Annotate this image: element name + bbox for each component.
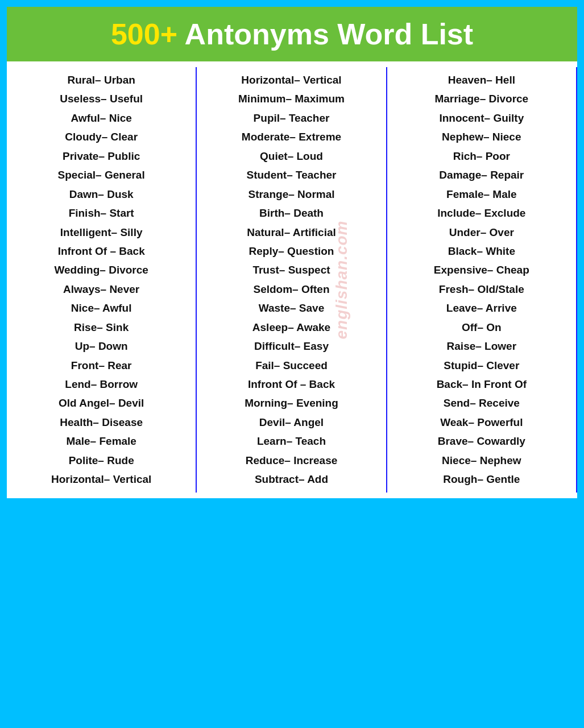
list-item: Rough– Gentle [443, 470, 520, 489]
list-item: Include– Exclude [437, 204, 525, 222]
list-item: Dawn– Dusk [69, 185, 134, 204]
list-item: Learn– Teach [257, 432, 326, 450]
list-item: Horizontal– Vertical [241, 71, 341, 89]
list-item: Birth– Death [259, 204, 324, 222]
list-item: Awful– Nice [71, 109, 131, 127]
list-item: Strange– Normal [248, 185, 334, 204]
list-item: Asleep– Awake [252, 318, 330, 337]
list-item: Useless– Useful [60, 89, 143, 108]
column-3: Heaven– HellMarriage– DivorceInnocent– G… [387, 67, 577, 493]
list-item: Reply– Question [249, 242, 334, 260]
list-item: Infront Of – Back [58, 242, 145, 260]
list-item: Male– Female [66, 432, 136, 450]
list-item: Horizontal– Vertical [51, 470, 151, 489]
list-item: Brave– Cowardly [438, 432, 525, 450]
page-title: 500+ Antonyms Word List [18, 17, 566, 51]
list-item: Quiet– Loud [260, 147, 323, 166]
list-item: Weak– Powerful [440, 413, 523, 432]
list-item: Send– Receive [444, 394, 520, 412]
list-item: Lend– Borrow [65, 375, 138, 394]
list-item: Subtract– Add [255, 470, 328, 489]
list-item: Nephew– Niece [442, 127, 521, 146]
list-item: Damage– Repair [439, 166, 524, 184]
list-item: Private– Public [63, 147, 140, 166]
list-item: Student– Teacher [246, 166, 336, 184]
list-item: Infront Of – Back [248, 375, 335, 394]
list-item: Heaven– Hell [448, 71, 515, 89]
list-item: Difficult– Easy [254, 337, 329, 355]
list-item: Finish– Start [69, 204, 134, 222]
list-item: Rich– Poor [453, 147, 510, 166]
list-item: Polite– Rude [69, 451, 134, 470]
header-title: Antonyms Word List [185, 18, 473, 51]
column-1: Rural– UrbanUseless– UsefulAwful– NiceCl… [7, 67, 197, 493]
list-item: Waste– Save [259, 299, 324, 317]
list-item: Nice– Awful [71, 299, 132, 317]
list-item: Up– Down [75, 337, 128, 355]
list-item: Front– Rear [71, 356, 132, 375]
list-item: Morning– Evening [245, 394, 338, 412]
list-item: Stupid– Clever [444, 356, 519, 375]
list-item: Fail– Succeed [255, 356, 328, 375]
list-item: Wedding– Divorce [54, 260, 148, 279]
page-header: 500+ Antonyms Word List [7, 7, 577, 61]
list-item: Back– In Front Of [437, 375, 527, 394]
list-item: Moderate– Extreme [242, 127, 341, 146]
list-item: Expensive– Cheap [434, 260, 529, 279]
page-container: 500+ Antonyms Word List Rural– UrbanUsel… [5, 5, 579, 500]
list-item: Niece– Nephew [442, 451, 521, 470]
list-item: Old Angel– Devil [59, 394, 144, 412]
list-item: Off– On [462, 318, 502, 337]
list-item: Health– Disease [60, 413, 143, 432]
list-item: Seldom– Often [253, 280, 329, 299]
list-item: Reduce– Increase [246, 451, 338, 470]
list-item: Intelligent– Silly [60, 223, 143, 242]
column-2: Horizontal– VerticalMinimum– MaximumPupi… [197, 67, 387, 493]
list-item: Devil– Angel [259, 413, 324, 432]
list-item: Rural– Urban [68, 71, 135, 89]
list-item: Natural– Artificial [247, 223, 336, 242]
list-item: Under– Over [449, 223, 514, 242]
list-item: Always– Never [63, 280, 139, 299]
list-item: Marriage– Divorce [434, 89, 528, 108]
list-item: Trust– Suspect [252, 260, 330, 279]
list-item: Innocent– Guilty [439, 109, 524, 127]
list-item: Minimum– Maximum [238, 89, 345, 108]
list-item: Raise– Lower [447, 337, 517, 355]
list-item: Black– White [448, 242, 515, 260]
header-number: 500+ [111, 18, 177, 51]
list-item: Cloudy– Clear [65, 127, 138, 146]
list-item: Fresh– Old/Stale [439, 280, 524, 299]
list-item: Rise– Sink [74, 318, 129, 337]
list-item: Female– Male [446, 185, 517, 204]
list-item: Leave– Arrive [446, 299, 517, 317]
list-item: Pupil– Teacher [254, 109, 330, 127]
content-area: Rural– UrbanUseless– UsefulAwful– NiceCl… [7, 61, 577, 498]
list-item: Special– General [58, 166, 145, 184]
